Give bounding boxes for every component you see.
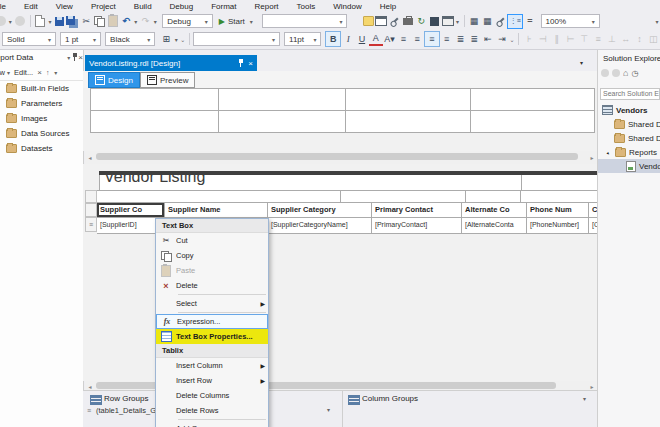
header-row-handle[interactable] <box>85 203 97 217</box>
menu-tools[interactable]: Tools <box>288 0 325 13</box>
bullet-list-icon[interactable]: ≣ <box>467 32 481 46</box>
header-cell-supplier-code[interactable]: Supplier Co <box>97 203 165 217</box>
font-size-combo[interactable]: 11pt▾ <box>284 32 321 46</box>
char-format-icon[interactable]: A▾ <box>383 32 397 46</box>
menu-item-delete[interactable]: × Delete <box>156 278 268 293</box>
grid-icon[interactable]: ▦ <box>467 14 480 28</box>
underline-button[interactable]: U <box>355 32 369 46</box>
align-justify-icon[interactable]: ≡ <box>440 32 454 46</box>
menu-project[interactable]: Project <box>82 0 125 13</box>
horizontal-scrollbar[interactable]: ◂ ▸ <box>85 151 597 164</box>
tree-item-parameters[interactable]: Parameters <box>0 96 83 111</box>
menu-item-select[interactable]: Select ▶ <box>156 296 268 311</box>
pending-changes-icon[interactable]: ◷ <box>631 69 638 78</box>
cut-icon[interactable]: ✂ <box>80 14 93 28</box>
scroll-left-icon[interactable]: ◂ <box>85 154 95 161</box>
tab-preview[interactable]: Preview <box>140 72 195 88</box>
display-icon[interactable] <box>375 14 388 28</box>
menu-window[interactable]: Window <box>324 0 370 13</box>
increase-indent-icon[interactable]: ⇥ <box>495 32 509 46</box>
scroll-right-icon[interactable]: ▸ <box>587 154 597 161</box>
properties-window-icon[interactable] <box>428 14 441 28</box>
spacer-row[interactable] <box>97 190 597 203</box>
menu-edit[interactable]: Edit <box>15 0 47 13</box>
menu-build[interactable]: Build <box>125 0 161 13</box>
nav-forward-icon[interactable] <box>13 14 26 28</box>
save-all-icon[interactable] <box>66 14 79 28</box>
tablix-corner-handle[interactable] <box>85 190 97 203</box>
menu-item-textbox-properties[interactable]: Text Box Properties... <box>156 329 268 344</box>
border-color-combo[interactable]: Black▾ <box>105 32 155 46</box>
bold-button[interactable]: B <box>325 31 341 47</box>
border-width-combo[interactable]: 1 pt▾ <box>60 32 101 46</box>
header-cell-supplier-category[interactable]: Supplier Category <box>268 203 372 217</box>
align-center-icon[interactable]: ≡ <box>410 32 424 46</box>
menu-report[interactable]: Report <box>246 0 288 13</box>
decrease-indent-icon[interactable]: ⇤ <box>481 32 495 46</box>
tree-item-vendor-report[interactable]: Vendo <box>598 159 660 173</box>
cell-alternate-contact[interactable]: [AlternateConta <box>462 218 527 233</box>
home-icon[interactable]: ⌂ <box>623 68 628 78</box>
column-groups-dropdown-icon[interactable]: ▾ <box>581 395 588 402</box>
border-style-combo[interactable]: Solid▾ <box>2 32 56 46</box>
header-cell-supplier-name[interactable]: Supplier Name <box>165 203 268 217</box>
header-cell-clipped[interactable]: C <box>589 203 597 217</box>
layout-rect-icon[interactable] <box>441 14 454 28</box>
panel-menu-icon[interactable]: ▾ <box>65 54 72 61</box>
edit-button[interactable]: Edit... <box>14 68 33 77</box>
scroll-right-icon[interactable]: ▸ <box>587 383 597 390</box>
menu-item-insert-column[interactable]: Insert Column ▶ <box>156 358 268 373</box>
cell-supplier-category[interactable]: [SupplierCategoryName] <box>268 218 372 233</box>
move-up-icon[interactable]: ↑ <box>46 69 50 76</box>
pin-icon[interactable] <box>72 53 78 62</box>
layout-dropdown-icon[interactable]: ▾ <box>454 18 460 25</box>
nav-back-icon[interactable] <box>0 14 7 28</box>
tab-design[interactable]: Design <box>88 72 140 88</box>
header-cell-phone-number[interactable]: Phone Num <box>527 203 589 217</box>
numbered-list-icon[interactable]: ≣ <box>454 32 468 46</box>
tab-close-icon[interactable]: × <box>248 59 253 68</box>
wrench-icon[interactable] <box>388 14 401 28</box>
data-row-handle[interactable]: ≡ <box>85 217 97 232</box>
equals-icon[interactable]: = <box>523 14 536 28</box>
feedback-icon[interactable] <box>361 14 374 28</box>
wrench-small-icon[interactable] <box>494 14 507 28</box>
start-button[interactable]: ▶ Start ▾ <box>219 14 258 28</box>
toolbar-overflow-icon[interactable]: ⌄ <box>180 36 186 43</box>
undo-icon[interactable]: ↶ <box>119 14 132 28</box>
copy-icon[interactable] <box>93 14 106 28</box>
italic-button[interactable]: I <box>341 32 355 46</box>
menu-item-copy[interactable]: Copy <box>156 248 268 263</box>
grid-alt-icon[interactable]: ▦ <box>481 14 494 28</box>
refresh-icon[interactable]: ↻ <box>415 14 428 28</box>
scrollbar-thumb[interactable] <box>96 153 578 160</box>
font-color-icon[interactable]: A <box>369 33 383 46</box>
row-group-item[interactable]: (table1_Details_G <box>96 406 156 415</box>
tree-item-images[interactable]: Images <box>0 111 83 126</box>
border-picker-icon[interactable]: ⊞ <box>159 32 173 46</box>
toolbar-overflow-icon[interactable]: ⌄ <box>509 36 515 43</box>
search-input[interactable] <box>600 88 660 100</box>
menu-format[interactable]: Format <box>202 0 245 13</box>
menu-item-add-group[interactable]: Add Group ▶ <box>156 421 268 427</box>
header-cell-alternate-contact[interactable]: Alternate Co <box>462 203 527 217</box>
align-right-icon[interactable]: ≡ <box>424 31 440 47</box>
document-tab[interactable]: VendorListing.rdl [Design] × <box>85 55 257 71</box>
document-well-dropdown-icon[interactable]: ▾ <box>578 59 585 66</box>
delete-icon[interactable]: × <box>37 68 42 77</box>
zoom-combo[interactable]: 100%▾ <box>541 14 600 28</box>
menu-file[interactable]: File <box>0 0 15 13</box>
tree-item-shared-data-sources[interactable]: Shared D <box>598 117 660 131</box>
menu-debug[interactable]: Debug <box>161 0 203 13</box>
menu-item-delete-columns[interactable]: Delete Columns <box>156 388 268 403</box>
align-left-icon[interactable]: ≡ <box>396 32 410 46</box>
menu-item-cut[interactable]: ✂ Cut <box>156 233 268 248</box>
debug-target-combo[interactable]: Debug▾ <box>162 14 212 28</box>
tree-item-data-sources[interactable]: Data Sources <box>0 126 83 141</box>
tree-item-shared-datasets[interactable]: Shared D <box>598 131 660 145</box>
toolbox-icon[interactable] <box>401 14 414 28</box>
scroll-left-icon[interactable]: ◂ <box>85 383 95 390</box>
snap-to-grid-icon[interactable]: ⋮≡ <box>507 14 523 29</box>
row-group-dropdown-icon[interactable]: ▾ <box>325 406 332 413</box>
menu-help[interactable]: Help <box>371 0 405 13</box>
